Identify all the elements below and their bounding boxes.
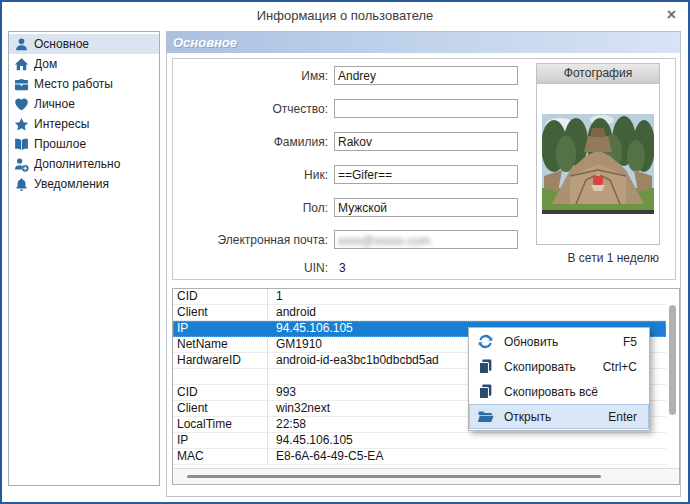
- context-menu: Обновить F5 Скопировать Ctrl+C Скопирова…: [468, 327, 650, 431]
- online-status: В сети 1 неделю: [568, 251, 659, 265]
- title-bar[interactable]: Информация о пользователе ×: [2, 2, 688, 29]
- menu-item-shortcut: F5: [623, 335, 637, 349]
- close-icon[interactable]: ×: [667, 5, 676, 25]
- name-field[interactable]: [334, 66, 518, 85]
- sidebar-item-label: Дом: [34, 57, 57, 71]
- sidebar-item-additional[interactable]: Дополнительно: [9, 154, 159, 174]
- sidebar-item-personal[interactable]: Личное: [9, 94, 159, 114]
- gender-field[interactable]: [334, 198, 518, 217]
- table-row[interactable]: MAC E8-6A-64-49-C5-EA: [173, 449, 666, 465]
- sidebar-item-label: Основное: [34, 37, 89, 51]
- table-row-value: 94.45.106.105: [268, 433, 666, 448]
- table-row[interactable]: Client android: [173, 305, 666, 321]
- table-row-key: NetName: [173, 337, 268, 352]
- menu-item-refresh[interactable]: Обновить F5: [469, 329, 649, 354]
- menu-item-copy[interactable]: Скопировать Ctrl+C: [469, 354, 649, 379]
- sidebar-item-work[interactable]: Место работы: [9, 74, 159, 94]
- sidebar-item-home[interactable]: Дом: [9, 54, 159, 74]
- user-info-dialog: Информация о пользователе × Основное Дом…: [0, 0, 690, 504]
- sidebar-item-past[interactable]: Прошлое: [9, 134, 159, 154]
- menu-item-label: Обновить: [504, 335, 558, 349]
- surname-field[interactable]: [334, 132, 518, 151]
- photo-panel: Фотография: [536, 63, 660, 245]
- menu-item-copy-all[interactable]: Скопировать всё: [469, 379, 649, 404]
- middlename-label: Отчество:: [173, 99, 328, 119]
- table-row-key: IP: [173, 321, 268, 336]
- vertical-scrollbar-thumb[interactable]: [669, 305, 676, 415]
- email-field[interactable]: xxxx@xxxxx.com: [334, 230, 518, 249]
- heart-icon: [14, 97, 29, 112]
- sidebar-item-label: Личное: [34, 97, 75, 111]
- sidebar-item-label: Уведомления: [34, 177, 109, 191]
- name-label: Имя:: [173, 66, 328, 86]
- horizontal-scrollbar-thumb[interactable]: [187, 475, 601, 478]
- table-row-value: 1: [268, 289, 666, 304]
- folder-open-icon: [477, 408, 494, 425]
- person-icon: [14, 37, 29, 52]
- menu-item-shortcut: Enter: [608, 410, 637, 424]
- sidebar-item-label: Прошлое: [34, 137, 86, 151]
- table-row-key: [173, 369, 268, 384]
- sidebar-item-main[interactable]: Основное: [9, 34, 159, 54]
- table-row-value: android: [268, 305, 666, 320]
- email-label: Электронная почта:: [173, 230, 328, 250]
- surname-label: Фамилия:: [173, 132, 328, 152]
- menu-item-shortcut: Ctrl+C: [603, 360, 637, 374]
- refresh-icon: [477, 333, 494, 350]
- middlename-field[interactable]: [334, 99, 518, 118]
- sidebar-item-label: Дополнительно: [34, 157, 120, 171]
- menu-item-label: Скопировать всё: [504, 385, 598, 399]
- sidebar: Основное Дом Место работы Личное Интерес…: [8, 31, 160, 486]
- email-obscured-value: xxxx@xxxxx.com: [338, 234, 430, 248]
- sidebar-item-label: Интересы: [34, 117, 89, 131]
- table-row-key: LocalTime: [173, 417, 268, 432]
- uin-value: 3: [339, 261, 346, 275]
- person-add-icon: [14, 157, 29, 172]
- sidebar-item-notifications[interactable]: Уведомления: [9, 174, 159, 194]
- sidebar-item-interests[interactable]: Интересы: [9, 114, 159, 134]
- section-header: Основное: [167, 32, 680, 53]
- menu-item-label: Скопировать: [504, 360, 576, 374]
- table-row-key: MAC: [173, 449, 268, 464]
- menu-item-label: Открыть: [504, 410, 551, 424]
- nickname-label: Ник:: [173, 165, 328, 185]
- table-row[interactable]: IP 94.45.106.105: [173, 433, 666, 449]
- table-row-key: Client: [173, 401, 268, 416]
- table-row[interactable]: CID 1: [173, 289, 666, 305]
- sidebar-item-label: Место работы: [34, 77, 113, 91]
- table-row-key: Client: [173, 305, 268, 320]
- briefcase-icon: [14, 77, 29, 92]
- copy-icon: [477, 358, 494, 375]
- gender-label: Пол:: [173, 198, 328, 218]
- table-row-key: HardwareID: [173, 353, 268, 368]
- horizontal-scrollbar-track[interactable]: [173, 468, 679, 484]
- dialog-title: Информация о пользователе: [2, 2, 688, 29]
- table-row-key: CID: [173, 289, 268, 304]
- table-row-key: IP: [173, 433, 268, 448]
- table-row-value: E8-6A-64-49-C5-EA: [268, 449, 666, 464]
- uin-label: UIN:: [173, 261, 328, 275]
- star-icon: [14, 117, 29, 132]
- nickname-field[interactable]: [334, 165, 518, 184]
- bell-icon: [14, 177, 29, 192]
- user-photo[interactable]: [542, 114, 654, 214]
- home-icon: [14, 57, 29, 72]
- table-row-key: CID: [173, 385, 268, 400]
- photo-header: Фотография: [537, 64, 659, 84]
- menu-item-open[interactable]: Открыть Enter: [469, 404, 649, 429]
- book-icon: [14, 137, 29, 152]
- copy-icon: [477, 383, 494, 400]
